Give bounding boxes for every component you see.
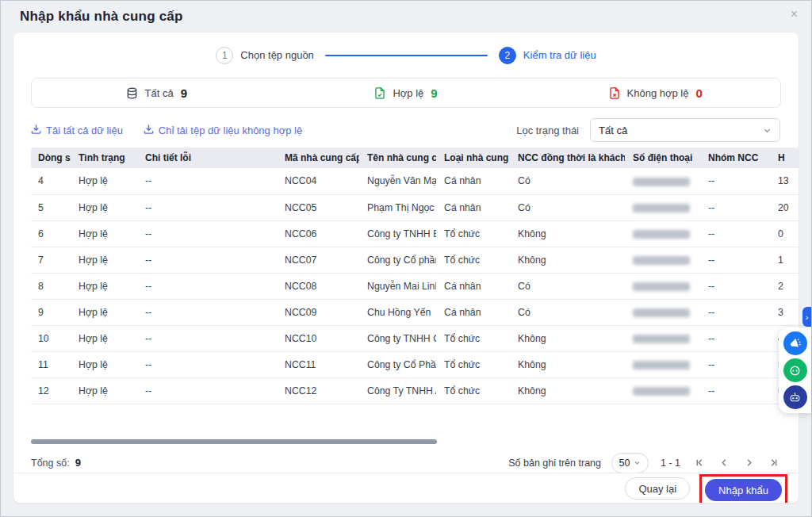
cell-supplier-name: Công ty TNHH BNM [359,220,436,247]
cell-error-detail: -- [137,377,277,404]
import-preview-table: Dòng số Tình trạng Chi tiết lỗi Mã nhà c… [31,147,799,404]
per-page-value: 50 [619,458,630,469]
horizontal-scrollbar-thumb[interactable] [31,439,437,444]
chatbot-bubble[interactable] [783,385,807,409]
cell-supplier-name: Công Ty TNHH AKG [359,377,436,404]
cell-error-detail: -- [137,299,277,325]
col-error-detail: Chi tiết lỗi [137,147,277,168]
download-all-link[interactable]: Tải tất cả dữ liệu [31,124,123,136]
step-1-circle: 1 [216,47,233,64]
cell-also-customer: Có [510,194,625,220]
col-phone: Số điện thoại [625,147,700,168]
table-row: 4 Hợp lệ -- NCC04 Nguyễn Văn Mạnh Cá nhâ… [31,168,799,194]
close-icon[interactable]: × [791,8,798,21]
stepper-connector [325,55,488,56]
step-choose-source[interactable]: 1 Chọn tệp nguồn [216,47,314,64]
phone-blurred-value [633,230,690,239]
cell-phone [625,247,700,273]
per-page-label: Số bản ghi trên trang [508,458,601,469]
tab-invalid-label: Không hợp lệ [627,87,689,99]
table-footer: Tổng số: 9 Số bản ghi trên trang 50 1 - … [31,453,780,473]
cell-phone [625,194,700,220]
phone-blurred-value [633,308,690,317]
cell-line-number: 4 [31,168,71,194]
cell-status: Hợp lệ [71,220,137,247]
download-invalid-label: Chỉ tải tệp dữ liệu không hợp lệ [159,124,302,136]
cell-supplier-code: NCC04 [277,168,359,194]
col-status: Tình trạng [71,147,137,168]
widget-collapse-tab[interactable]: › [802,307,811,327]
cell-line-number: 6 [31,220,71,247]
step-2-circle: 2 [499,47,516,64]
tab-all[interactable]: Tất cả 9 [32,79,282,107]
cell-group: -- [700,325,770,351]
cell-error-detail: -- [137,220,277,247]
annotation-highlight: Nhập khẩu [699,474,787,503]
back-button[interactable]: Quay lại [625,477,690,500]
table-row: 6 Hợp lệ -- NCC06 Công ty TNHH BNM Tổ ch… [31,220,799,247]
cell-clipped: 0 [770,220,799,247]
last-page-button[interactable] [766,456,780,470]
cell-supplier-name: Nguyễn Văn Mạnh [359,168,436,194]
robot-icon [788,391,802,404]
cell-group: -- [700,247,770,273]
cell-supplier-code: NCC11 [277,351,359,377]
phone-blurred-value [633,178,690,186]
tab-valid[interactable]: Hợp lệ 9 [282,79,531,107]
cell-line-number: 10 [31,325,71,351]
cell-supplier-code: NCC10 [277,325,359,351]
status-filter-select[interactable]: Tất cả [590,118,780,142]
cell-supplier-type: Tổ chức [436,351,510,377]
announcement-bubble[interactable] [783,331,807,355]
next-page-button[interactable] [741,456,756,470]
cell-line-number: 12 [31,377,71,404]
col-group: Nhóm NCC [700,147,770,168]
status-filter: Lọc trạng thái Tất cả [516,118,780,142]
cell-supplier-name: Công ty Cổ phần ... [359,247,436,273]
first-page-button[interactable] [692,456,707,470]
cell-supplier-type: Tổ chức [436,247,510,273]
step-check-data[interactable]: 2 Kiểm tra dữ liệu [499,47,596,64]
cell-supplier-name: Chu Hồng Yến [359,299,436,325]
cell-line-number: 8 [31,273,71,299]
cell-status: Hợp lệ [71,168,137,194]
total-value: 9 [75,457,81,469]
tab-valid-label: Hợp lệ [393,87,423,99]
cell-line-number: 7 [31,247,71,273]
cell-supplier-name: Nguyễn Mai Linh [359,273,436,299]
chevron-down-icon [763,126,772,135]
download-invalid-link[interactable]: Chỉ tải tệp dữ liệu không hợp lệ [144,124,302,136]
cell-group: -- [700,377,770,404]
data-table-wrap: Dòng số Tình trạng Chi tiết lỗi Mã nhà c… [31,147,799,404]
stepper: 1 Chọn tệp nguồn 2 Kiểm tra dữ liệu [13,33,799,78]
col-supplier-type: Loại nhà cung cấp [436,147,510,168]
file-valid-icon [374,87,385,99]
page-range: 1 - 1 [661,458,680,469]
cell-status: Hợp lệ [71,247,137,273]
import-button[interactable]: Nhập khẩu [705,479,782,501]
cell-also-customer: Có [510,273,625,299]
chat-messenger-bubble[interactable] [783,358,807,382]
cell-supplier-code: NCC09 [277,299,359,325]
prev-page-button[interactable] [717,456,731,470]
cell-supplier-type: Cá nhân [436,168,510,194]
cell-supplier-type: Tổ chức [436,377,510,404]
cell-clipped: 20 [770,194,799,220]
table-row: 8 Hợp lệ -- NCC08 Nguyễn Mai Linh Cá nhâ… [31,273,799,299]
table-row: 9 Hợp lệ -- NCC09 Chu Hồng Yến Cá nhân C… [31,299,799,325]
import-supplier-modal: Nhập khẩu nhà cung cấp × 1 Chọn tệp nguồ… [0,0,812,517]
page-title: Nhập khẩu nhà cung cấp [20,9,183,25]
modal-body-card: 1 Chọn tệp nguồn 2 Kiểm tra dữ liệu Tất … [13,33,799,503]
phone-blurred-value [633,335,690,343]
step-2-label: Kiểm tra dữ liệu [523,49,596,61]
cell-clipped: 1 [770,247,799,273]
file-invalid-icon [609,87,620,99]
per-page-select[interactable]: 50 [611,453,649,473]
step-1-label: Chọn tệp nguồn [240,49,314,61]
cell-line-number: 11 [31,351,71,377]
col-clipped: H [770,147,799,168]
cell-supplier-code: NCC06 [277,220,359,247]
cell-error-detail: -- [137,273,277,299]
tab-invalid[interactable]: Không hợp lệ 0 [530,79,780,107]
horizontal-scrollbar [31,439,799,444]
